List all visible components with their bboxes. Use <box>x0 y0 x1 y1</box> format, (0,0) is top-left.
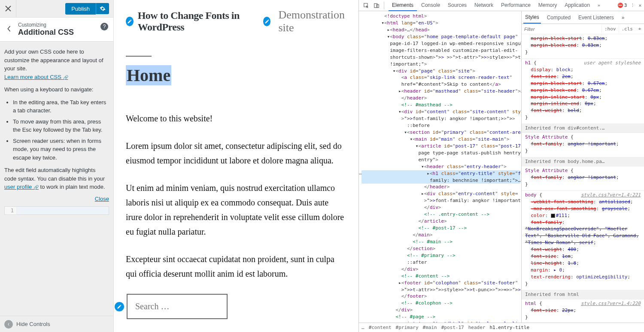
css-rule[interactable]: style.css?ver=1.4:221body { -webkit-font… <box>522 191 644 290</box>
devtools-tab-memory[interactable]: Memory <box>535 0 560 11</box>
dom-line[interactable]: </div> <box>361 266 520 273</box>
dom-line[interactable]: ▾<main id="main" class="site-main"> <box>361 136 520 143</box>
more-panels-button[interactable]: » <box>620 12 626 23</box>
dom-line[interactable]: image-filters-enabled customize-partial-… <box>361 47 520 54</box>
devtools-tab-application[interactable]: Application <box>561 0 593 11</box>
close-customizer-button[interactable] <box>0 0 16 17</box>
dom-line[interactable]: ▾<div id="page" class="site"> <box>361 68 520 75</box>
dom-line[interactable]: ▸<footer id="colophon" class="site-foote… <box>361 280 520 287</box>
dom-line[interactable]: >">>t-attr>>">>style>>">>t-punc>>">>=>>"… <box>361 287 520 293</box>
dom-line[interactable]: <a class="skip-link screen-reader-text" <box>361 74 520 81</box>
hide-controls-button[interactable]: Hide Controls <box>0 316 113 332</box>
dom-line[interactable]: ▸<div class="entry-content" style= <box>361 190 520 197</box>
rule-source[interactable]: user agent styleshee <box>584 60 641 66</box>
edit-shortcut-button[interactable] <box>126 17 134 26</box>
dom-line[interactable]: <!-- #main --> <box>361 238 520 245</box>
cls-toggle[interactable]: .cls <box>619 25 636 33</box>
device-toggle-button[interactable] <box>372 2 381 9</box>
element-actions-button[interactable]: ⋯ <box>359 171 362 178</box>
user-profile-link[interactable]: user profile 🔗 <box>4 184 39 190</box>
dom-line[interactable]: shortcuts-shown>">> >>">t-attr>">>>style… <box>361 54 520 61</box>
crumb[interactable]: header <box>468 325 486 330</box>
dom-line[interactable]: ▾<body class="home page-template-default… <box>361 33 520 40</box>
close-help-link[interactable]: Close <box>95 196 109 202</box>
crumb[interactable]: h1.entry-title <box>489 325 529 330</box>
dom-line[interactable]: <!-- .entry-content --> <box>361 211 520 218</box>
crumb[interactable]: #main <box>423 325 437 330</box>
dom-line[interactable]: </section> <box>361 245 520 252</box>
dom-line[interactable]: >">>font-family: angkor !important;>>">>… <box>361 197 520 204</box>
dom-line[interactable]: entry"> <box>361 157 520 163</box>
dom-line[interactable]: ▾<div id="content" class="site-content" … <box>361 109 520 115</box>
error-badge[interactable]: ⛔3 <box>617 3 627 8</box>
dom-line[interactable]: ▾<html lang="en-US"> <box>361 20 520 27</box>
dom-line[interactable]: <!-- #primary --> <box>361 252 520 259</box>
help-button[interactable]: ? <box>100 23 108 30</box>
dom-line[interactable]: </main> <box>361 232 520 238</box>
dom-line[interactable]: <!-- #content --> <box>361 273 520 280</box>
dom-line[interactable]: <!-- #colophon --> <box>361 300 520 307</box>
css-rule[interactable]: Style Attribute { font-family: angkor !i… <box>522 133 644 157</box>
dom-line[interactable]: ▾<header class="entry-header"> <box>361 163 520 170</box>
back-button[interactable] <box>6 25 18 34</box>
panel-tab-computed[interactable]: Computed <box>545 12 572 23</box>
dom-line[interactable]: ::before <box>361 122 520 129</box>
devtools-menu-button[interactable]: ⋮ <box>630 3 635 8</box>
dom-line[interactable]: ▸<head>…</head> <box>361 27 520 33</box>
dom-line[interactable]: ▸<h1 class="entry-title" style="font-" <box>361 170 520 177</box>
dom-line[interactable]: page-id-17 logged-in wp-embed-responsive… <box>361 40 520 47</box>
devtools-tab-elements[interactable]: Elements <box>389 0 417 11</box>
search-input[interactable] <box>127 294 228 319</box>
rule-source[interactable]: style.css?ver=1.4:221 <box>581 192 641 199</box>
dom-line[interactable]: family: benchnine !important;">…</h1> <box>361 177 520 184</box>
crumb[interactable]: #post-17 <box>441 325 464 330</box>
dom-line[interactable]: <!-- #post-17 --> <box>361 225 520 232</box>
crumb[interactable]: … <box>361 325 365 330</box>
devtools-tab-network[interactable]: Network <box>471 0 497 11</box>
editor-area[interactable] <box>17 207 109 214</box>
dom-line[interactable]: </header> <box>361 184 520 190</box>
styles-pane[interactable]: margin-block-start: 0.83em; margin-block… <box>522 34 644 323</box>
more-tabs-button[interactable]: » <box>594 2 604 9</box>
elements-tree[interactable]: <!doctype html> ▾<html lang="en-US"> ▸<h… <box>359 11 522 323</box>
rule-source[interactable]: style.css?ver=1.4:220 <box>581 300 641 307</box>
breadcrumb[interactable]: …#content#primary#main#post-17headerh1.e… <box>359 323 644 332</box>
dom-line[interactable]: </div> <box>361 204 520 211</box>
site-title[interactable]: How to Change Fonts in WordPress <box>138 10 259 33</box>
crumb[interactable]: #content <box>369 325 392 330</box>
dom-line[interactable]: ▾<section id="primary" class="content-ar… <box>361 129 520 136</box>
edit-shortcut-button[interactable] <box>115 302 124 311</box>
dom-line[interactable]: <!doctype html> <box>361 13 520 20</box>
dom-line[interactable]: href="#content">Skip to content</a> <box>361 81 520 88</box>
dom-line[interactable]: </article> <box>361 218 520 225</box>
dom-line[interactable]: </footer> <box>361 293 520 300</box>
dom-line[interactable]: <!-- #page --> <box>361 314 520 320</box>
inspect-button[interactable] <box>361 2 371 9</box>
devtools-tab-sources[interactable]: Sources <box>444 0 470 11</box>
devtools-tab-console[interactable]: Console <box>418 0 444 11</box>
publish-settings-button[interactable] <box>96 3 109 14</box>
css-rule[interactable]: Style Attribute { font-family: angkor !i… <box>522 166 644 191</box>
panel-tab-event-listeners[interactable]: Event Listeners <box>577 12 616 23</box>
new-rule-button[interactable]: + <box>635 26 644 32</box>
publish-button[interactable]: Publish <box>65 3 96 15</box>
dom-line[interactable]: page type-page status-publish hentry <box>361 150 520 157</box>
dom-line[interactable]: <!-- #masthead --> <box>361 102 520 109</box>
styles-filter-input[interactable] <box>522 25 601 33</box>
edit-shortcut-button[interactable] <box>263 17 271 26</box>
hov-toggle[interactable]: :hov <box>601 25 619 33</box>
learn-more-link[interactable]: Learn more about CSS 🔗 <box>4 74 68 80</box>
css-editor[interactable]: 1 <box>4 206 109 215</box>
dom-line[interactable]: >">>font-family: angkor !important;>>">> <box>361 115 520 122</box>
css-rule[interactable]: user agent stylesheeh1 { display: block;… <box>522 59 644 124</box>
panel-tab-styles[interactable]: Styles <box>523 12 541 24</box>
css-rule[interactable]: style.css?ver=1.4:220html { font-size: 2… <box>522 299 644 323</box>
devtools-close-button[interactable]: ✕ <box>638 3 641 8</box>
dom-line[interactable]: </header> <box>361 95 520 102</box>
devtools-tab-performance[interactable]: Performance <box>498 0 534 11</box>
dom-line[interactable]: ▸<script type="text/html" id="tmpl-wp-pl… <box>361 320 520 323</box>
dom-line[interactable]: ::after <box>361 259 520 266</box>
dom-line[interactable]: </div> <box>361 307 520 314</box>
dom-line[interactable]: !important;"> <box>361 61 520 68</box>
dom-line[interactable]: ▸<header id="masthead" class="site-heade… <box>361 88 520 95</box>
